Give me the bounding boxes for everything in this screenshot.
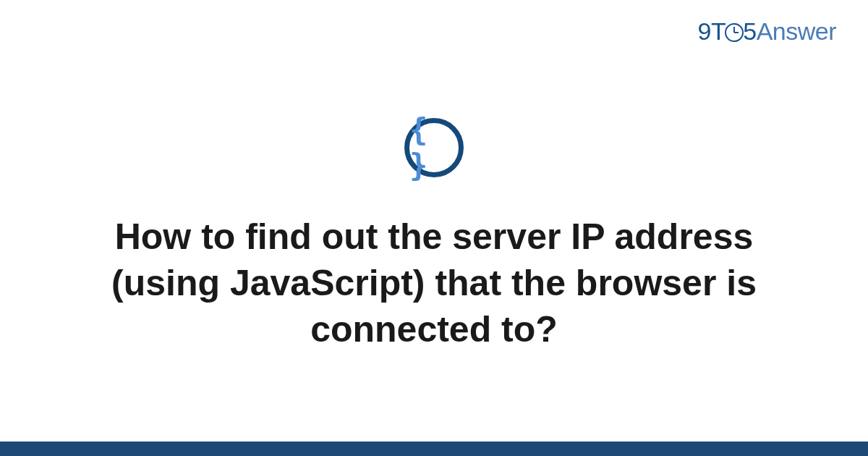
bottom-accent-bar bbox=[0, 442, 868, 456]
question-title: How to find out the server IP address (u… bbox=[87, 214, 781, 352]
category-icon: { } bbox=[404, 118, 464, 177]
code-braces-icon: { } bbox=[409, 112, 459, 183]
main-content: { } How to find out the server IP addres… bbox=[0, 0, 868, 456]
